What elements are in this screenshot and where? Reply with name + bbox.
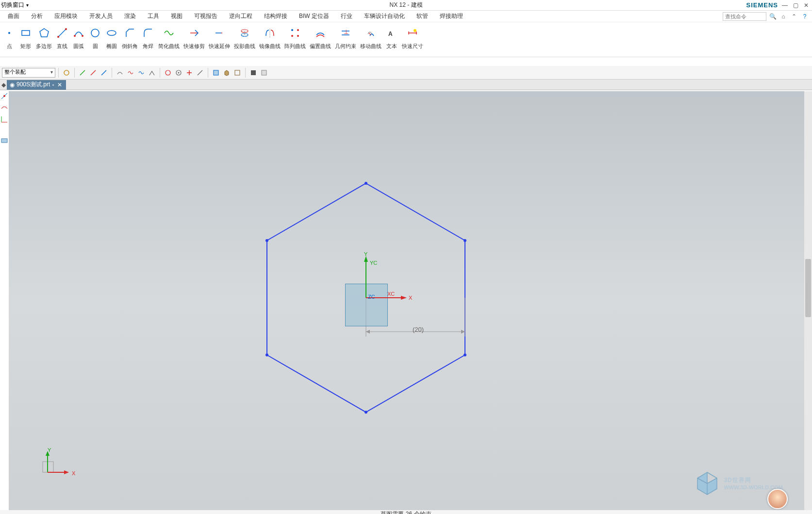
tab-window-icon[interactable]: ▫	[52, 81, 54, 88]
ribbon-text[interactable]: A文本	[383, 24, 400, 51]
status-bar: 草图需要 26 个约束	[0, 510, 812, 514]
close-button[interactable]: ✕	[802, 1, 810, 9]
menu-visual-report[interactable]: 可视报告	[188, 11, 223, 22]
ribbon-point[interactable]: 点	[1, 24, 17, 51]
sel-spline-icon[interactable]	[126, 68, 135, 78]
tab-dropdown-icon[interactable]: ◆	[0, 80, 7, 90]
svg-point-24	[64, 70, 69, 75]
ribbon-chamfer[interactable]: 倒斜角	[120, 24, 140, 51]
ribbon-extend[interactable]: 快速延伸	[207, 24, 232, 51]
sel-plus-icon[interactable]	[184, 68, 194, 78]
menu-weld-assist[interactable]: 焊接助理	[434, 11, 469, 22]
watermark-cube-icon	[695, 470, 720, 496]
sel-edge-icon[interactable]	[99, 68, 109, 78]
sidebar-curve-icon[interactable]	[0, 104, 8, 112]
ribbon-simplify[interactable]: 简化曲线	[156, 24, 182, 51]
axis-yc-label: YC	[370, 260, 377, 266]
status-text: 草图需要 26 个约束	[381, 511, 431, 514]
menu-developer[interactable]: 开发人员	[83, 11, 118, 22]
menu-reverse-eng[interactable]: 逆向工程	[223, 11, 258, 22]
assistant-avatar-icon[interactable]	[767, 489, 788, 509]
switch-window-label[interactable]: 切换窗口	[1, 1, 24, 9]
csys-axes[interactable]	[356, 251, 414, 309]
axis-xc-label: XC	[387, 291, 395, 297]
menu-vehicle[interactable]: 车辆设计自动化	[358, 11, 411, 22]
title-left: 切换窗口 ▾	[0, 1, 29, 9]
menu-biw[interactable]: BIW 定位器	[293, 11, 335, 22]
sidebar-datum-icon[interactable]	[0, 137, 8, 145]
ribbon-rect[interactable]: 矩形	[17, 24, 34, 51]
sel-diag-icon[interactable]	[195, 68, 205, 78]
tab-close-icon[interactable]: ✕	[56, 81, 63, 88]
ribbon-quickdim[interactable]: 快速尺寸	[400, 24, 425, 51]
ribbon-arc[interactable]: 圆弧	[70, 24, 87, 51]
menu-analysis[interactable]: 分析	[25, 11, 49, 22]
scrollbar-thumb[interactable]	[805, 259, 811, 317]
svg-line-27	[101, 70, 106, 75]
sel-line-icon[interactable]	[78, 68, 87, 78]
menu-view[interactable]: 视图	[165, 11, 188, 22]
menu-industry[interactable]: 行业	[335, 11, 358, 22]
search-icon[interactable]: 🔍	[768, 12, 777, 21]
ribbon-line[interactable]: 直线	[54, 24, 70, 51]
ribbon-offset[interactable]: 偏置曲线	[308, 24, 333, 51]
menu-tools[interactable]: 工具	[142, 11, 165, 22]
svg-point-46	[365, 411, 367, 414]
left-sidebar	[0, 92, 9, 145]
sel-tangent-icon[interactable]	[147, 68, 157, 78]
ribbon-fillet[interactable]: 角焊	[140, 24, 156, 51]
display-wire-icon[interactable]	[259, 68, 269, 78]
sidebar-axis-icon[interactable]	[0, 115, 8, 123]
assembly-mode-combo[interactable]: 整个装配	[2, 68, 55, 78]
ribbon-circle[interactable]: 圆	[87, 24, 103, 51]
filter-icon[interactable]	[62, 68, 71, 78]
document-tab[interactable]: ◉ 900S测试.prt ▫ ✕	[7, 80, 66, 90]
sel-line2-icon[interactable]	[88, 68, 98, 78]
sel-curve-icon[interactable]	[115, 68, 125, 78]
sel-body-icon[interactable]	[222, 68, 232, 78]
brand-label: SIEMENS	[746, 1, 778, 9]
svg-point-47	[265, 353, 268, 356]
ribbon-project[interactable]: 投影曲线	[232, 24, 257, 51]
menu-struct-weld[interactable]: 结构焊接	[258, 11, 293, 22]
svg-rect-36	[251, 70, 256, 75]
minimize-button[interactable]: —	[781, 1, 789, 9]
menu-render[interactable]: 渲染	[118, 11, 142, 22]
ribbon-mirror[interactable]: 镜像曲线	[257, 24, 282, 51]
help-icon[interactable]: ?	[800, 12, 809, 21]
dropdown-icon[interactable]: ▾	[26, 2, 29, 8]
svg-line-3	[58, 29, 66, 37]
svg-point-14	[291, 29, 293, 31]
ribbon-trim[interactable]: 快速修剪	[182, 24, 207, 51]
sel-circle-icon[interactable]	[163, 68, 173, 78]
command-search-input[interactable]	[723, 12, 766, 21]
menu-surface[interactable]: 曲面	[2, 11, 25, 22]
separator	[208, 68, 208, 78]
sel-face-icon[interactable]	[211, 68, 221, 78]
sidebar-sketch-icon[interactable]	[0, 92, 8, 100]
vertical-scrollbar[interactable]	[804, 91, 812, 510]
ribbon-pattern[interactable]: 阵列曲线	[282, 24, 308, 51]
ribbon-polygon[interactable]: 多边形	[34, 24, 54, 51]
menu-app-module[interactable]: 应用模块	[49, 11, 83, 22]
document-tab-label: 900S测试.prt	[17, 80, 50, 89]
svg-line-26	[91, 70, 96, 75]
svg-point-4	[57, 36, 59, 38]
sel-wireframe-icon[interactable]	[232, 68, 242, 78]
view-tripod[interactable]	[38, 447, 72, 481]
ribbon-move[interactable]: 移动曲线	[358, 24, 383, 51]
display-solid-icon[interactable]	[249, 68, 258, 78]
ribbon-constraint[interactable]: ⊥几何约束	[333, 24, 358, 51]
ribbon-ellipse[interactable]: 椭圆	[103, 24, 120, 51]
sel-wave-icon[interactable]	[136, 68, 146, 78]
nav-icon[interactable]: ⌃	[790, 12, 798, 21]
sel-center-icon[interactable]	[174, 68, 183, 78]
canvas-viewport[interactable]: (20) Y YC X XC ZC Y X 3D世界网 WWW.3D-WORLD…	[9, 91, 812, 510]
svg-point-6	[74, 35, 76, 37]
maximize-button[interactable]: ▢	[792, 1, 799, 9]
home-icon[interactable]: ⌂	[779, 12, 788, 21]
dimension-value[interactable]: (20)	[413, 326, 424, 333]
menu-hose[interactable]: 软管	[411, 11, 434, 22]
svg-rect-1	[22, 31, 30, 35]
svg-point-38	[3, 95, 5, 97]
